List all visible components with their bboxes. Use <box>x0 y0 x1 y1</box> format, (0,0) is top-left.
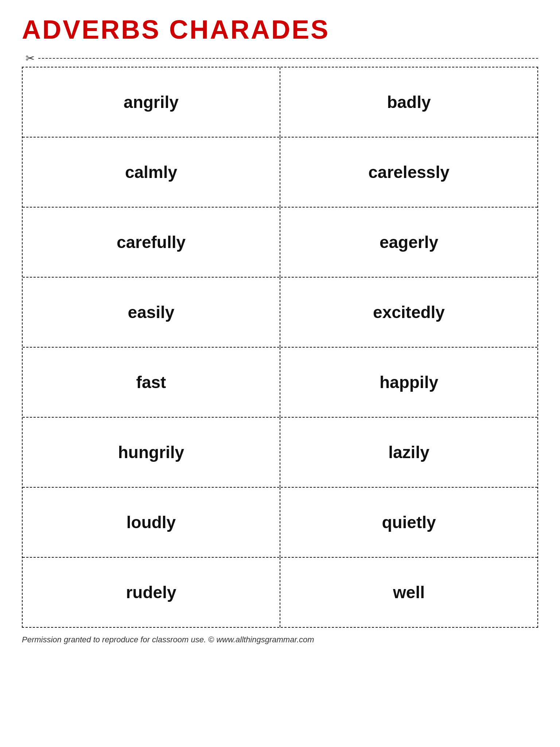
card-word: fast <box>136 372 166 392</box>
card-word: angrily <box>124 92 179 112</box>
scissors-icon: ✂ <box>26 52 35 65</box>
card-row: loudlyquietly <box>23 488 537 558</box>
card-cell: angrily <box>23 67 280 137</box>
card-cell: fast <box>23 348 280 417</box>
card-cell: easily <box>23 278 280 347</box>
card-row: fasthappily <box>23 348 537 418</box>
card-row: calmlycarelessly <box>23 138 537 208</box>
card-cell: rudely <box>23 558 280 627</box>
card-cell: badly <box>280 67 537 137</box>
card-word: calmly <box>125 162 177 182</box>
card-word: quietly <box>382 512 436 532</box>
card-word: loudly <box>127 512 176 532</box>
card-cell: quietly <box>280 488 537 557</box>
card-word: excitedly <box>373 302 445 322</box>
card-word: carelessly <box>368 162 450 182</box>
page-title: ADVERBS CHARADES <box>22 15 538 44</box>
card-cell: carefully <box>23 208 280 277</box>
card-cell: excitedly <box>280 278 537 347</box>
card-grid: angrilybadlycalmlycarelesslycarefullyeag… <box>22 67 538 628</box>
card-cell: eagerly <box>280 208 537 277</box>
card-word: happily <box>380 372 438 392</box>
card-cell: carelessly <box>280 138 537 207</box>
card-row: carefullyeagerly <box>23 208 537 278</box>
card-word: lazily <box>388 442 429 462</box>
card-word: hungrily <box>118 442 184 462</box>
card-row: hungrilylazily <box>23 418 537 488</box>
card-row: easilyexcitedly <box>23 278 537 348</box>
card-cell: hungrily <box>23 418 280 487</box>
card-word: well <box>393 582 425 602</box>
card-word: eagerly <box>380 232 438 252</box>
card-cell: loudly <box>23 488 280 557</box>
card-cell: lazily <box>280 418 537 487</box>
card-cell: calmly <box>23 138 280 207</box>
card-cell: well <box>280 558 537 627</box>
card-word: badly <box>387 92 431 112</box>
card-word: easily <box>128 302 175 322</box>
card-row: angrilybadly <box>23 67 537 138</box>
card-word: carefully <box>117 232 186 252</box>
card-cell: happily <box>280 348 537 417</box>
scissors-row: ✂ <box>22 52 538 65</box>
card-row: rudelywell <box>23 558 537 627</box>
card-word: rudely <box>126 582 176 602</box>
cut-line <box>38 58 538 59</box>
footer: Permission granted to reproduce for clas… <box>22 635 538 645</box>
